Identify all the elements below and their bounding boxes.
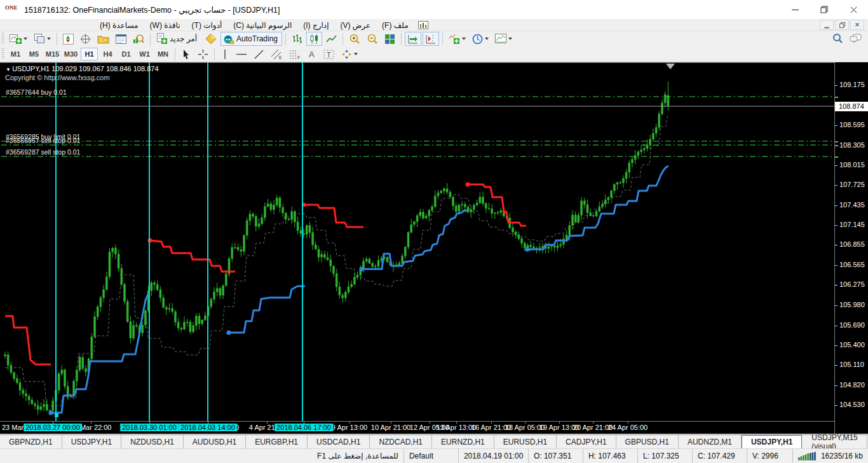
timeframe-h1[interactable]: H1 <box>81 48 98 60</box>
menu-items: مساعدة (H)نافذة (W)أدوات (T)الرسوم البيا… <box>94 19 428 31</box>
chart-tab-5[interactable]: USDCAD,H1 <box>308 435 370 448</box>
indicators-button[interactable] <box>446 32 468 46</box>
new-order-button[interactable]: أمر جديد <box>154 32 201 46</box>
autotrading-label: AutoTrading <box>236 34 278 43</box>
trendline-tool-button[interactable] <box>251 47 267 61</box>
svg-text:T: T <box>327 51 331 59</box>
down-arrow-marker <box>666 64 675 69</box>
auto-scroll-button[interactable] <box>405 32 421 46</box>
profiles-button[interactable] <box>31 32 53 46</box>
market-watch-button[interactable] <box>60 32 76 46</box>
chart-shift-button[interactable] <box>423 32 439 46</box>
timeframe-m15[interactable]: M15 <box>44 48 61 60</box>
timeframe-m5[interactable]: M5 <box>25 48 43 60</box>
mdi-restore-button[interactable] <box>835 20 849 30</box>
menu-item-5[interactable]: عرض (V) <box>334 21 376 30</box>
toolbar-grip[interactable] <box>1 48 4 60</box>
line-chart-button[interactable] <box>323 32 339 46</box>
timeframe-mn[interactable]: MN <box>154 48 172 60</box>
signal-bars-icon <box>798 452 817 460</box>
chart-tab-3[interactable]: AUDUSD,H1 <box>184 435 246 448</box>
price-tick-label: 108.305 <box>839 141 865 149</box>
chart-tab-7[interactable]: EURNZD,H1 <box>432 435 494 448</box>
autotrading-toggle[interactable]: AutoTrading <box>220 32 282 46</box>
terminal-button[interactable] <box>113 32 129 46</box>
chat-icon[interactable] <box>847 32 865 46</box>
toolbar-separator <box>150 33 151 45</box>
menu-item-3[interactable]: الرسوم البيانية (C) <box>227 21 297 30</box>
text-tool-button[interactable]: A <box>305 47 320 61</box>
strategy-tester-button[interactable] <box>130 32 147 46</box>
zoom-in-button[interactable] <box>346 32 363 46</box>
up-trend-line-2 <box>362 211 467 269</box>
fibonacci-tool-button[interactable]: F <box>287 47 304 61</box>
up-trend-line-1 <box>229 286 305 333</box>
chevron-down-icon <box>508 38 512 40</box>
minimize-button[interactable] <box>780 0 810 19</box>
candlestick-chart-button[interactable] <box>306 32 322 46</box>
new-chart-button[interactable] <box>7 32 30 46</box>
toolbar-separator <box>175 48 175 60</box>
close-button[interactable] <box>839 0 868 19</box>
chart-window-icon[interactable] <box>418 21 428 29</box>
menu-item-0[interactable]: مساعدة (H) <box>94 21 144 30</box>
chart-tab-6[interactable]: NZDCAD,H1 <box>370 435 432 448</box>
cursor-tool-button[interactable] <box>179 47 194 61</box>
toolbar-grip[interactable] <box>1 33 4 45</box>
chart-tab-13[interactable]: USDJPY,M15 (visual) <box>803 435 867 448</box>
chart-tab-11[interactable]: AUDNZD,M1 <box>679 435 742 448</box>
horizontal-line-tool-button[interactable] <box>233 47 250 61</box>
status-cell-3: H: 107.463 <box>583 449 638 463</box>
templates-button[interactable] <box>492 32 515 46</box>
chart-tab-1[interactable]: USDJPY,H1 <box>62 435 121 448</box>
tile-windows-button[interactable] <box>382 32 398 46</box>
chart-tab-2[interactable]: NZDUSD,H1 <box>121 435 184 448</box>
svg-text:E: E <box>279 55 282 60</box>
price-axis[interactable]: 109.175108.595108.305108.015107.725107.4… <box>834 62 868 434</box>
vline-time-label: 2018.04.03 14:00 <box>179 424 237 431</box>
timeframe-w1[interactable]: W1 <box>136 48 153 60</box>
chevron-down-icon <box>24 38 27 40</box>
chart-tab-12[interactable]: USDJPY,H1 <box>742 435 802 448</box>
timeframes-toolbar: M1M5M15M30H1H4D1W1MN E F A T <box>0 46 868 62</box>
titlebar: ONE 1518716132: OneFinancialMarkets-Demo… <box>0 0 868 19</box>
price-tick-label: 106.275 <box>839 280 865 288</box>
bar-chart-button[interactable] <box>289 32 305 46</box>
chevron-down-icon <box>47 38 51 40</box>
time-axis[interactable]: 23 Mar 20pr027 Mar 22:004 Apr 21:009 Apr… <box>0 421 834 434</box>
menu-item-2[interactable]: أدوات (T) <box>186 21 228 30</box>
mdi-minimize-button[interactable]: ▁ <box>820 20 834 30</box>
vertical-line-tool-button[interactable] <box>218 47 232 61</box>
timeframe-d1[interactable]: D1 <box>118 48 135 60</box>
search-icon[interactable] <box>829 32 846 46</box>
periods-button[interactable] <box>470 32 491 46</box>
status-cell-5: C: 107.429 <box>693 449 747 463</box>
data-window-button[interactable] <box>78 32 93 46</box>
chevron-down-icon <box>485 38 489 40</box>
navigator-button[interactable] <box>95 32 112 46</box>
chart-tab-9[interactable]: CADJPY,H1 <box>557 435 616 448</box>
arrows-tool-button[interactable] <box>339 47 360 61</box>
timeframe-h4[interactable]: H4 <box>99 48 116 60</box>
chart-tab-0[interactable]: GBPNZD,H1 <box>0 435 62 448</box>
timeframe-m1[interactable]: M1 <box>7 48 24 60</box>
time-tick-mark <box>628 422 628 424</box>
menu-item-6[interactable]: ملف (F) <box>376 21 414 30</box>
up-trend-line-0-start-dot <box>48 410 53 415</box>
zoom-out-button[interactable] <box>364 32 381 46</box>
menu-item-1[interactable]: نافذة (W) <box>144 21 186 30</box>
crosshair-tool-button[interactable] <box>195 47 211 61</box>
menu-item-4[interactable]: إدارج (I) <box>297 21 334 30</box>
chart-tab-10[interactable]: GBPUSD,H1 <box>616 435 679 448</box>
mdi-close-button[interactable]: ✕ <box>850 20 864 30</box>
restore-button[interactable] <box>810 0 839 19</box>
chart-tab-8[interactable]: EURUSD,H1 <box>494 435 557 448</box>
timeframe-m30[interactable]: M30 <box>62 48 79 60</box>
time-tick-mark <box>430 422 430 424</box>
chart-tab-4[interactable]: EURGBP,H1 <box>246 435 308 448</box>
text-label-tool-button[interactable]: T <box>321 47 337 61</box>
candle-bodies <box>4 95 669 411</box>
equidistant-channel-tool-button[interactable]: E <box>268 47 285 61</box>
chart-canvas[interactable] <box>0 62 834 421</box>
metaeditor-button[interactable] <box>203 32 219 46</box>
